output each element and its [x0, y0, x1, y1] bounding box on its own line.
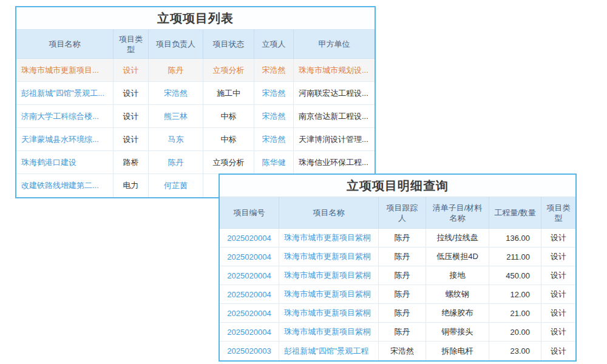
cell-link[interactable]: 天津蒙城县水环境综... [16, 128, 114, 151]
cell-link[interactable]: 2025020004 [220, 323, 279, 342]
table-cell: 设计 [114, 82, 149, 105]
table-cell: 设计 [541, 229, 575, 248]
cell-link[interactable]: 2025020004 [220, 304, 279, 323]
project-list-title: 立项项目列表 [16, 7, 375, 30]
cell-link[interactable]: 何芷茵 [149, 174, 203, 197]
table-row[interactable]: 2025020004珠海市城市更新项目紫桐陈丹绝缘胶布21.00设计 [220, 304, 575, 323]
table-row[interactable]: 2025020004珠海市城市更新项目紫桐陈丹拉线/拉线盘136.00设计 [220, 229, 575, 248]
project-detail-header: 项目编号项目名称项目跟踪人清单子目/材料名称工程量/数量项目类型 [220, 197, 575, 229]
table-cell: 450.00 [489, 266, 541, 285]
cell-link[interactable]: 彭祖新城"四馆"景观工程 [279, 342, 379, 360]
table-cell: 陈丹 [379, 229, 426, 248]
cell-link[interactable]: 宋浩然 [254, 82, 294, 105]
table-cell: 路桥 [114, 151, 149, 174]
table-cell: 铜带接头 [426, 323, 489, 342]
cell-link[interactable]: 珠海市城市更新项目紫桐 [279, 323, 379, 342]
project-detail-panel: 立项项目明细查询 项目编号项目名称项目跟踪人清单子目/材料名称工程量/数量项目类… [219, 174, 577, 362]
table-cell: 设计 [114, 128, 149, 151]
cell-link[interactable]: 珠海市城市更新项目紫桐 [279, 285, 379, 304]
cell-link[interactable]: 2025020004 [220, 229, 279, 248]
table-cell: 设计 [541, 304, 575, 323]
table-row[interactable]: 2025020004珠海市城市更新项目紫桐陈丹螺纹钢12.00设计 [220, 285, 575, 304]
table-cell: 接地 [426, 266, 489, 285]
table-row-selected[interactable]: 珠海市城市更新项目...设计陈丹立项分析宋浩然珠海市城市规划设... [16, 59, 375, 82]
table-row[interactable]: 珠海鹤港口建设路桥陈丹立项分析陈华健珠海信业环保工程... [16, 151, 375, 174]
project-list-panel: 立项项目列表 项目名称项目类型项目负责人项目状态立项人甲方单位 珠海市城市更新项… [15, 6, 376, 198]
table-cell: 设计 [541, 323, 575, 342]
table-cell: 宋浩然 [379, 342, 426, 360]
cell-link[interactable]: 2025020004 [220, 248, 279, 266]
column-header-4: 项目状态 [203, 30, 254, 59]
table-cell: 拆除电杆 [426, 342, 489, 360]
column-header-2: 项目类型 [114, 30, 149, 59]
table-cell: 南京信达新工程设... [294, 105, 375, 128]
cell-link[interactable]: 宋浩然 [254, 59, 294, 82]
cell-link[interactable]: 珠海市城市更新项目紫桐 [279, 229, 379, 248]
table-cell: 23.00 [489, 342, 541, 360]
table-cell: 珠海市城市规划设... [294, 59, 375, 82]
table-cell: 电力 [114, 174, 149, 197]
table-cell: 陈丹 [379, 285, 426, 304]
cell-link[interactable]: 宋浩然 [254, 128, 294, 151]
table-cell: 陈丹 [379, 304, 426, 323]
cell-link[interactable]: 珠海市城市更新项目紫桐 [279, 248, 379, 266]
table-row[interactable]: 彭祖新城"四馆"景观工...设计宋浩然施工中宋浩然河南联宏达工程设... [16, 82, 375, 105]
table-row[interactable]: 2025020004珠海市城市更新项目紫桐陈丹低压横担4D211.00设计 [220, 248, 575, 266]
cell-link[interactable]: 陈丹 [149, 151, 203, 174]
column-header-1: 项目编号 [220, 197, 279, 229]
table-cell: 陈丹 [379, 248, 426, 266]
column-header-5: 工程量/数量 [489, 197, 541, 229]
cell-link[interactable]: 宋浩然 [254, 105, 294, 128]
cell-link[interactable]: 珠海市城市更新项目... [16, 59, 114, 82]
project-detail-body: 2025020004珠海市城市更新项目紫桐陈丹拉线/拉线盘136.00设计202… [220, 229, 575, 360]
table-cell: 拉线/拉线盘 [426, 229, 489, 248]
column-header-3: 项目跟踪人 [379, 197, 426, 229]
table-cell: 21.00 [489, 304, 541, 323]
table-cell: 设计 [541, 266, 575, 285]
table-cell: 陈丹 [379, 323, 426, 342]
column-header-5: 立项人 [254, 30, 294, 59]
table-cell: 陈丹 [379, 266, 426, 285]
cell-link[interactable]: 2025020004 [220, 285, 279, 304]
cell-link[interactable]: 宋浩然 [149, 82, 203, 105]
table-cell: 中标 [203, 105, 254, 128]
cell-link[interactable]: 改建铁路线增建第二... [16, 174, 114, 197]
table-cell: 珠海信业环保工程... [294, 151, 375, 174]
table-row[interactable]: 2025020004珠海市城市更新项目紫桐陈丹接地450.00设计 [220, 266, 575, 285]
project-list-header: 项目名称项目类型项目负责人项目状态立项人甲方单位 [16, 30, 375, 59]
cell-link[interactable]: 济南大学工科综合楼... [16, 105, 114, 128]
cell-link[interactable]: 2025020004 [220, 266, 279, 285]
table-cell: 136.00 [489, 229, 541, 248]
column-header-6: 项目类型 [541, 197, 575, 229]
cell-link[interactable]: 彭祖新城"四馆"景观工... [16, 82, 114, 105]
cell-link[interactable]: 熊三林 [149, 105, 203, 128]
cell-link[interactable]: 珠海市城市更新项目紫桐 [279, 304, 379, 323]
column-header-3: 项目负责人 [149, 30, 203, 59]
table-row[interactable]: 济南大学工科综合楼...设计熊三林中标宋浩然南京信达新工程设... [16, 105, 375, 128]
table-cell: 设计 [114, 105, 149, 128]
column-header-4: 清单子目/材料名称 [426, 197, 489, 229]
column-header-1: 项目名称 [16, 30, 114, 59]
table-cell: 低压横担4D [426, 248, 489, 266]
cell-link[interactable]: 马东 [149, 128, 203, 151]
table-cell: 20.00 [489, 323, 541, 342]
column-header-2: 项目名称 [279, 197, 379, 229]
cell-link[interactable]: 陈华健 [254, 151, 294, 174]
table-cell: 施工中 [203, 82, 254, 105]
cell-link[interactable]: 珠海鹤港口建设 [16, 151, 114, 174]
column-header-6: 甲方单位 [294, 30, 375, 59]
table-cell: 设计 [541, 342, 575, 360]
table-row[interactable]: 2025020004珠海市城市更新项目紫桐陈丹铜带接头20.00设计 [220, 323, 575, 342]
table-cell: 设计 [541, 248, 575, 266]
cell-link[interactable]: 珠海市城市更新项目紫桐 [279, 266, 379, 285]
table-row[interactable]: 天津蒙城县水环境综...设计马东中标宋浩然天津博润设计管理... [16, 128, 375, 151]
table-cell: 设计 [541, 285, 575, 304]
table-cell: 立项分析 [203, 59, 254, 82]
cell-link[interactable]: 2025020003 [220, 342, 279, 360]
project-detail-title: 立项项目明细查询 [220, 175, 575, 197]
workspace: 立项项目列表 项目名称项目类型项目负责人项目状态立项人甲方单位 珠海市城市更新项… [0, 0, 607, 364]
table-cell: 天津博润设计管理... [294, 128, 375, 151]
table-row[interactable]: 2025020003彭祖新城"四馆"景观工程宋浩然拆除电杆23.00设计 [220, 342, 575, 360]
cell-link[interactable]: 陈丹 [149, 59, 203, 82]
table-cell: 螺纹钢 [426, 285, 489, 304]
